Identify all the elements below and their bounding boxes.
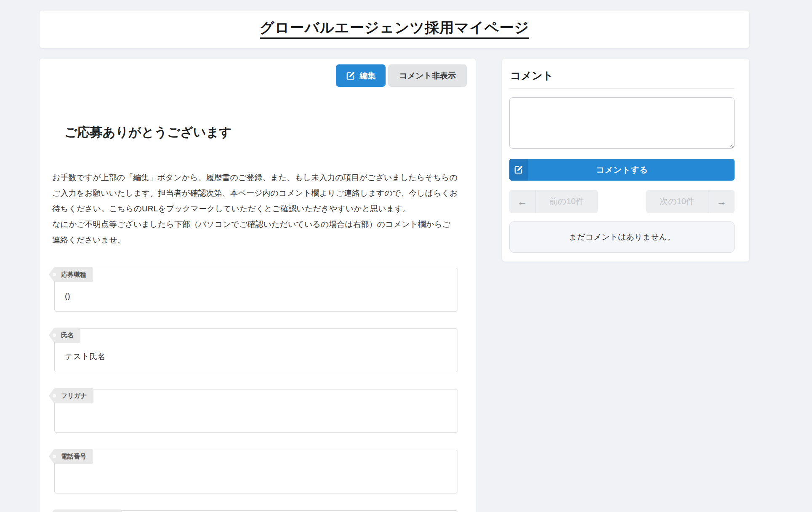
intro-text: お手数ですが上部の「編集」ボタンから、履歴書のご登録、また、もし未入力の項目がご… (52, 170, 458, 248)
tag-hole-icon (53, 273, 56, 276)
field-value (65, 412, 447, 422)
edit-button[interactable]: 編集 (336, 64, 386, 87)
edit-icon (514, 165, 523, 174)
prev-page-label: 前の10件 (536, 190, 598, 213)
tag-hole-icon (53, 455, 56, 458)
field-label: 応募職種 (61, 271, 86, 279)
field-label: 氏名 (61, 331, 74, 339)
comment-textarea[interactable] (509, 97, 735, 149)
application-card: 編集 コメント非表示 ご応募ありがとうございます お手数ですが上部の「編集」ボタ… (39, 58, 476, 512)
field-row: 電話番号 (54, 450, 458, 493)
field-row: 応募職種 () (54, 268, 458, 312)
right-arrow-icon: → (708, 190, 735, 213)
comments-pagination: ← 前の10件 次の10件 → (509, 190, 735, 213)
hide-comments-label: コメント非表示 (399, 70, 456, 81)
field-row (54, 510, 458, 512)
hide-comments-button[interactable]: コメント非表示 (388, 64, 467, 87)
comment-edit-icon-box (509, 159, 528, 181)
left-arrow-icon: ← (509, 190, 536, 213)
edit-icon (346, 71, 355, 80)
field-tag: 氏名 (54, 328, 80, 343)
field-row: 氏名 テスト氏名 (54, 328, 458, 372)
intro-paragraph-2: なにかご不明点等ございましたら下部（パソコンでご確認いただいているの場合は右部）… (52, 216, 458, 248)
page-container: グローバルエージェンツ採用マイページ 編集 コメント非表示 ご応募ありがとうござ… (39, 10, 750, 512)
comment-submit-button[interactable]: コメントする (509, 159, 735, 181)
prev-page-button[interactable]: ← 前の10件 (509, 190, 598, 213)
toolbar: 編集 コメント非表示 (40, 64, 467, 87)
field-tag: 応募職種 (54, 267, 93, 282)
comments-heading: コメント (509, 65, 735, 89)
thanks-heading: ご応募ありがとうございます (64, 124, 467, 141)
field-value: () (65, 291, 447, 301)
edit-button-label: 編集 (359, 70, 375, 81)
page-title: グローバルエージェンツ採用マイページ (260, 19, 529, 39)
no-comments-message: まだコメントはありません。 (509, 221, 735, 253)
intro-paragraph-1: お手数ですが上部の「編集」ボタンから、履歴書のご登録、また、もし未入力の項目がご… (52, 170, 458, 216)
field-value (65, 473, 447, 483)
field-value: テスト氏名 (65, 352, 447, 362)
next-page-label: 次の10件 (646, 190, 708, 213)
field-row: フリガナ (54, 389, 458, 433)
field-label: 電話番号 (61, 453, 86, 461)
title-card: グローバルエージェンツ採用マイページ (39, 10, 750, 48)
field-tag (54, 509, 122, 512)
comments-card: コメント コメントする ← 前の10件 (502, 58, 750, 262)
tag-hole-icon (53, 333, 56, 337)
next-page-button[interactable]: 次の10件 → (646, 190, 735, 213)
field-tag: 電話番号 (54, 449, 93, 464)
field-tag: フリガナ (54, 388, 93, 403)
field-label: フリガナ (61, 392, 87, 400)
fields-list: 応募職種 () 氏名 テスト氏名 フリガナ (54, 268, 458, 512)
tag-hole-icon (53, 394, 56, 397)
comment-submit-label: コメントする (596, 164, 648, 176)
